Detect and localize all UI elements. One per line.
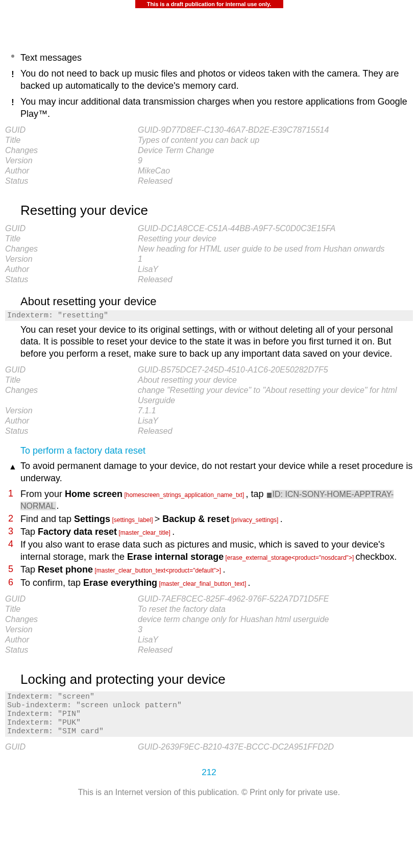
string-tag: [erase_external_storage<product="nosdcar… [224, 554, 355, 561]
exclamation-icon: ! [11, 98, 14, 107]
string-tag: [homescreen_strings_application_name_txt… [122, 491, 245, 499]
meta-table-3: GUIDGUID-B575DCE7-245D-4510-A1C6-20E5028… [5, 365, 413, 436]
step-1: 1 From your Home screen [homescreen_stri… [5, 488, 413, 512]
string-tag: [settings_label] [110, 516, 155, 524]
page-number: 212 [5, 767, 413, 778]
reset-phone-label: Reset phone [38, 564, 93, 575]
step-5: 5 Tap Reset phone [master_clear_button_t… [5, 564, 413, 576]
note-text: You may incur additional data transmissi… [20, 96, 413, 120]
settings-label: Settings [74, 514, 110, 524]
note-backup: ! You do not need to back up music files… [5, 68, 413, 92]
warning-icon: ▲ [9, 463, 17, 471]
step-number: 4 [5, 539, 20, 550]
heading-about-resetting: About resetting your device [20, 295, 413, 308]
erase-everything-label: Erase everything [83, 578, 157, 588]
backup-reset-label: Backup & reset [162, 514, 229, 524]
home-screen-label: Home screen [65, 489, 122, 499]
step-4: 4 If you also want to erase data such as… [5, 539, 413, 563]
heading-locking: Locking and protecting your device [20, 672, 413, 687]
string-tag: [master_clear_button_text<product="defau… [93, 567, 223, 574]
factory-data-reset-label: Factory data reset [38, 527, 117, 537]
note-charges: ! You may incur additional data transmis… [5, 96, 413, 120]
draft-banner: This is a draft publication for internal… [135, 0, 283, 8]
warning-text: To avoid permanent damage to your device… [20, 460, 413, 484]
factory-reset-steps: 1 From your Home screen [homescreen_stri… [5, 488, 413, 589]
string-tag: [master_clear_final_button_text] [157, 580, 248, 587]
note-text: You do not need to back up music files a… [20, 68, 413, 92]
meta-table-5: GUIDGUID-2639F9EC-B210-437E-BCCC-DC2A951… [5, 742, 413, 752]
app-tray-icon: ▦ [266, 491, 272, 498]
step-number: 6 [5, 577, 20, 588]
footer-text: This is an Internet version of this publ… [5, 788, 413, 797]
heading-resetting: Resetting your device [20, 203, 413, 218]
about-reset-body: You can reset your device to its origina… [20, 324, 413, 360]
meta-table-1: GUIDGUID-9D77D8EF-C130-46A7-BD2E-E39C787… [5, 125, 413, 186]
indexterm-locking: Indexterm: "screen" Sub-indexterm: "scre… [5, 691, 413, 737]
step-number: 5 [5, 564, 20, 575]
step-number: 3 [5, 526, 20, 537]
step-6: 6 To confirm, tap Erase everything [mast… [5, 577, 413, 589]
step-number: 2 [5, 513, 20, 524]
step-2: 2 Find and tap Settings [settings_label]… [5, 513, 413, 525]
step-number: 1 [5, 488, 20, 499]
indexterm-resetting: Indexterm: "resetting" [5, 310, 413, 321]
bullet-text: Text messages [20, 52, 413, 64]
bullet-text-messages: Text messages [5, 52, 413, 64]
heading-factory-reset: To perform a factory data reset [20, 445, 413, 456]
exclamation-icon: ! [11, 70, 14, 79]
meta-table-4: GUIDGUID-7AEF8CEC-825F-4962-976F-522A7D7… [5, 594, 413, 655]
meta-table-2: GUIDGUID-DC1A8CCE-C51A-44BB-A9F7-5C0D0C3… [5, 224, 413, 285]
erase-internal-label: Erase internal storage [127, 552, 224, 562]
step-3: 3 Tap Factory data reset [master_clear_t… [5, 526, 413, 538]
warning-factory: ▲ To avoid permanent damage to your devi… [5, 460, 413, 484]
string-tag: [master_clear_title] [117, 529, 172, 536]
bullet-dot-icon [11, 55, 14, 58]
string-tag: [privacy_settings] [229, 516, 280, 524]
